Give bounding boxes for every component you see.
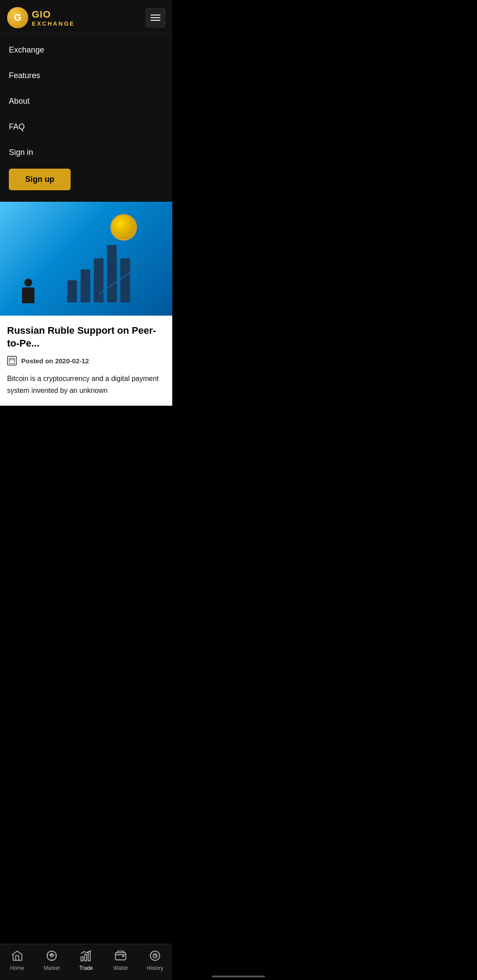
- nav-label-home: Home: [10, 965, 24, 971]
- svg-point-11: [51, 955, 53, 957]
- nav-label-trade: Trade: [80, 965, 93, 971]
- svg-rect-16: [81, 957, 83, 961]
- content-area: Russian Ruble Support on Peer-to-Pe... P…: [0, 201, 172, 406]
- svg-rect-17: [85, 954, 87, 961]
- menu-item-exchange[interactable]: Exchange: [0, 38, 172, 63]
- article-excerpt: Bitcoin is a cryptocurrency and a digita…: [7, 373, 165, 396]
- home-icon: [10, 949, 24, 963]
- calendar-icon: [7, 356, 17, 366]
- logo-circle: G: [7, 7, 28, 28]
- nav-label-history: History: [147, 965, 163, 971]
- market-icon: [45, 949, 59, 963]
- svg-rect-6: [9, 358, 15, 364]
- menu-signup-button[interactable]: Sign up: [9, 169, 71, 190]
- person-figure: [22, 279, 34, 303]
- nav-label-market: Market: [44, 965, 60, 971]
- nav-item-history[interactable]: History: [142, 949, 168, 971]
- menu-item-faq[interactable]: FAQ: [0, 114, 172, 140]
- logo-text: GIO EXCHANGE: [32, 9, 75, 27]
- article-content: Russian Ruble Support on Peer-to-Pe... P…: [0, 316, 172, 406]
- menu-items: Exchange Features About FAQ Sign in Sign…: [0, 34, 172, 197]
- article-title: Russian Ruble Support on Peer-to-Pe...: [7, 324, 165, 350]
- article-meta: Posted on 2020-02-12: [7, 356, 165, 366]
- article-image: [0, 201, 172, 316]
- gold-coin: [110, 214, 137, 241]
- menu-item-features[interactable]: Features: [0, 63, 172, 89]
- nav-item-wallet[interactable]: Wallet: [107, 949, 134, 971]
- history-icon: [148, 949, 162, 963]
- wallet-icon: [114, 949, 128, 963]
- svg-rect-18: [88, 952, 91, 961]
- nav-item-trade[interactable]: Trade: [73, 949, 99, 971]
- svg-point-10: [47, 951, 57, 961]
- menu-toggle-button[interactable]: [146, 8, 165, 27]
- nav-label-wallet: Wallet: [114, 965, 128, 971]
- chart-bars: [67, 245, 130, 302]
- nav-item-home[interactable]: Home: [4, 949, 30, 971]
- menu-item-about[interactable]: About: [0, 89, 172, 114]
- menu-header: G GIO EXCHANGE: [0, 0, 172, 34]
- nav-item-market[interactable]: Market: [38, 949, 65, 971]
- article-date: Posted on 2020-02-12: [21, 357, 89, 365]
- logo: G GIO EXCHANGE: [7, 7, 75, 28]
- bottom-nav: Home Market Trade: [0, 944, 172, 980]
- menu-overlay: G GIO EXCHANGE Exchange Features About F…: [0, 0, 172, 202]
- logo-exchange: EXCHANGE: [32, 20, 75, 27]
- logo-gio: GIO: [32, 9, 75, 20]
- svg-rect-19: [115, 953, 125, 960]
- trade-icon: [79, 949, 93, 963]
- menu-signin[interactable]: Sign in: [0, 140, 172, 165]
